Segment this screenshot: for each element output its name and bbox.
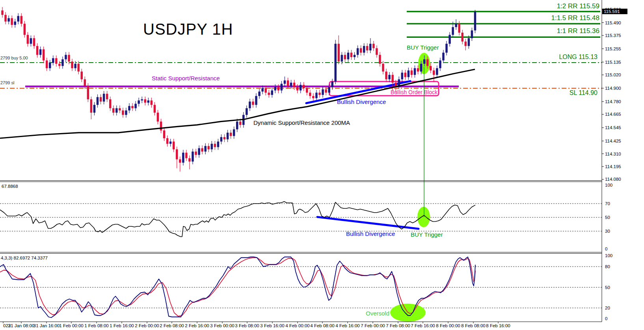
candle-body (39, 49, 42, 55)
time-tick-label: 2 Feb 00:00 (135, 323, 159, 328)
candle-body (252, 102, 254, 105)
candle-body (115, 108, 118, 113)
candle-body (36, 46, 39, 55)
candle-body (423, 59, 426, 64)
time-tick-label: 2 Feb 08:00 (160, 323, 184, 328)
time-tick-label: 31 Jan 16:00 (34, 323, 60, 328)
candle-body (442, 53, 445, 61)
time-tick-label: 8 Feb 00:00 (436, 323, 460, 328)
candle-body (227, 133, 229, 139)
rsi-scale-label: 0 (605, 247, 607, 251)
candle-body (81, 72, 83, 80)
candle-body (417, 68, 419, 71)
candle-body (246, 108, 248, 115)
candle-body (46, 60, 48, 68)
rsi-value-label: 67.8868 (2, 184, 18, 189)
price-tick-label: 114.425 (605, 139, 621, 143)
candle-body (122, 110, 124, 115)
candle-body (204, 146, 207, 152)
price-tick-label: 114.080 (605, 177, 621, 182)
candle-body (338, 44, 340, 61)
time-tick-label: 7 Feb 16:00 (411, 323, 435, 328)
price-tick-label: 114.310 (605, 152, 621, 156)
time-tick-label: 2 Feb 16:00 (185, 323, 209, 328)
candle-body (97, 97, 99, 105)
candle-body (445, 44, 448, 53)
candle-body (468, 38, 470, 46)
candle-body (382, 64, 384, 72)
candle-body (90, 99, 93, 113)
chart-title: USDJPY 1H (143, 20, 233, 38)
candle-body (401, 72, 404, 79)
time-tick-label: 4 Feb 00:00 (285, 323, 309, 328)
chart-canvas[interactable]: 1:2 RR 115.591:1.5 RR 115.481:1 RR 115.3… (0, 0, 644, 330)
candle-body (87, 86, 89, 99)
candle-body (430, 66, 432, 70)
candle-body (414, 68, 416, 75)
candle-body (426, 59, 429, 66)
candle-body (309, 93, 311, 96)
candle-body (128, 106, 130, 110)
candle-body (14, 22, 16, 25)
buy-order-label: 2799 buy 5.00 (0, 56, 28, 60)
candle-body (7, 18, 10, 21)
price-tick-label: 114.665 (605, 112, 621, 117)
candle-body (230, 133, 232, 136)
candle-body (287, 80, 289, 86)
rsi-scale-label: 30 (605, 229, 610, 234)
oversold-label: Oversold (366, 310, 389, 317)
rsi-scale-label: 50 (605, 215, 610, 220)
candle-body (176, 149, 178, 159)
trading-chart-window: 1:2 RR 115.591:1.5 RR 115.481:1 RR 115.3… (0, 0, 644, 330)
candle-body (474, 11, 476, 30)
candle-body (404, 72, 407, 77)
candle-body (93, 105, 96, 113)
candle-body (315, 93, 318, 98)
candle-body (27, 35, 29, 44)
candle-body (198, 148, 200, 155)
bullish-divergence-label-main: Bullish Divergence (337, 98, 386, 105)
current-price-label: 115.591 (604, 9, 620, 14)
candle-body (17, 16, 20, 22)
rr-label-2: 1:1 RR 115.36 (557, 27, 599, 35)
time-tick-label: 7 Feb 00:00 (361, 323, 385, 328)
price-tick-label: 114.780 (605, 99, 621, 104)
candle-body (166, 138, 169, 144)
candle-body (220, 137, 223, 141)
stoch-scale-label: 100 (605, 253, 612, 258)
candle-body (395, 83, 397, 86)
candle-body (185, 153, 188, 158)
candle-body (43, 49, 45, 60)
candle-body (138, 100, 140, 104)
candle-body (49, 63, 51, 68)
candle-body (77, 64, 80, 72)
candle-body (163, 130, 166, 138)
rr-label-1: 1:1.5 RR 115.48 (551, 14, 599, 22)
candle-body (201, 148, 203, 151)
candle-body (84, 79, 86, 86)
candle-body (20, 16, 23, 24)
rr-label-0: 1:2 RR 115.59 (557, 2, 599, 10)
sl-order-label: 2799 sl (0, 80, 14, 85)
candle-body (255, 96, 257, 105)
candle-body (408, 70, 410, 77)
candle-body (325, 89, 327, 93)
candle-body (214, 144, 216, 147)
candle-body (236, 122, 238, 130)
candle-body (192, 152, 194, 161)
candle-body (398, 79, 400, 86)
candle-body (271, 91, 274, 95)
time-tick-label: 3 Feb 00:00 (210, 323, 234, 328)
candle-body (65, 55, 67, 59)
candle-body (147, 100, 150, 103)
buy-trigger-ellipse-rsi (417, 207, 430, 227)
candle-body (360, 48, 362, 52)
candle-body (109, 99, 112, 108)
candle-body (106, 94, 108, 99)
candle-body (268, 93, 270, 95)
candle-body (318, 93, 321, 95)
candle-body (331, 82, 333, 87)
candle-body (455, 24, 457, 27)
time-tick-label: 8 Feb 08:00 (461, 323, 485, 328)
candle-body (385, 72, 387, 80)
